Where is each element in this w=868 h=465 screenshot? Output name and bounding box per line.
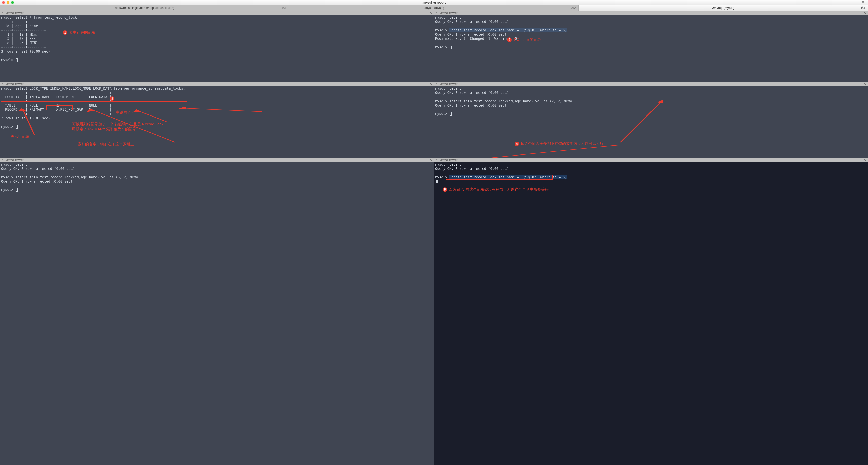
terminal-output[interactable]: mysql> select * from test_record_lock; +… <box>0 15 434 63</box>
annotation-4: 4这２个插入操作都不在锁的范围内，所以可以执行 <box>515 141 604 146</box>
maximize-pane-icon[interactable]: ⊖ <box>430 11 433 14</box>
minimize-pane-icon[interactable]: — <box>860 158 864 162</box>
tab-mysql-2[interactable]: ./mysql (mysql) ⌘2 <box>289 5 579 10</box>
pane-header: × ./mysql (mysql) — ⊖ <box>434 158 868 162</box>
cursor-icon <box>450 112 452 116</box>
titlebar: ./mysql -u root -p ⌥⌘1 <box>0 0 868 5</box>
minimize-pane-icon[interactable]: — <box>426 82 430 86</box>
tab-shortcut: ⌘1 <box>282 6 287 9</box>
minimize-pane-icon[interactable]: — <box>860 82 864 86</box>
tab-label: ./mysql (mysql) <box>424 6 444 9</box>
close-pane-icon[interactable]: × <box>435 82 438 85</box>
cursor-icon <box>16 188 18 192</box>
terminal-output[interactable]: mysql> begin; Query OK, 0 rows affected … <box>434 86 868 117</box>
close-pane-icon[interactable]: × <box>1 158 4 161</box>
pane-header: × ./mysql (mysql) — ⊖ <box>0 10 434 15</box>
pane-title: ./mysql (mysql) <box>439 158 458 161</box>
pane-header: × ./mysql (mysql) — ⊖ <box>0 158 434 162</box>
maximize-pane-icon[interactable]: ⊖ <box>430 158 433 161</box>
maximize-pane-icon[interactable]: ⊖ <box>430 82 433 85</box>
tab-ssh[interactable]: root@redis-single:/home/appuser/shell (s… <box>0 5 289 10</box>
close-pane-icon[interactable]: × <box>435 158 438 161</box>
app-window: ./mysql -u root -p ⌥⌘1 root@redis-single… <box>0 0 868 465</box>
terminal-output[interactable]: mysql> begin; Query OK, 0 rows affected … <box>434 15 868 50</box>
pane-title: ./mysql (mysql) <box>439 82 458 85</box>
tab-label: root@redis-single:/home/appuser/shell (s… <box>115 6 174 9</box>
minimize-icon[interactable] <box>6 1 9 4</box>
pane-title: ./mysql (mysql) <box>5 158 24 161</box>
pane-title: ./mysql (mysql) <box>439 11 458 14</box>
pane-bottom-left[interactable]: × ./mysql (mysql) — ⊖ mysql> begin; Quer… <box>0 158 434 465</box>
cursor-icon <box>450 45 452 49</box>
pane-top-right[interactable]: × ./mysql (mysql) — ⊖ mysql> begin; Quer… <box>434 10 868 81</box>
minimize-pane-icon[interactable]: — <box>426 158 430 162</box>
minimize-pane-icon[interactable]: — <box>426 11 430 14</box>
terminal-output[interactable]: mysql> begin; Query OK, 0 rows affected … <box>434 162 868 184</box>
pane-header: × ./mysql (mysql) — ⊖ <box>434 10 868 15</box>
cursor-icon <box>16 58 18 62</box>
pane-top-left[interactable]: × ./mysql (mysql) — ⊖ mysql> select * fr… <box>0 10 434 81</box>
pane-mid-right[interactable]: × ./mysql (mysql) — ⊖ mysql> begin; Quer… <box>434 81 868 158</box>
pane-mid-left[interactable]: × ./mysql (mysql) — ⊖ mysql> select LOCK… <box>0 81 434 158</box>
maximize-pane-icon[interactable]: ⊖ <box>864 11 867 14</box>
terminal-output[interactable]: mysql> begin; Query OK, 0 rows affected … <box>0 162 434 193</box>
pane-grid: × ./mysql (mysql) — ⊖ mysql> select * fr… <box>0 10 868 465</box>
zoom-icon[interactable] <box>11 1 14 4</box>
tab-shortcut: ⌘3 <box>861 6 865 9</box>
maximize-pane-icon[interactable]: ⊖ <box>864 158 867 161</box>
tab-shortcut: ⌘2 <box>571 6 576 9</box>
cursor-icon <box>435 180 437 184</box>
window-title: ./mysql -u root -p <box>422 1 446 4</box>
pane-header: × ./mysql (mysql) — ⊖ <box>434 81 868 86</box>
window-controls <box>0 1 14 4</box>
cursor-icon <box>16 125 18 129</box>
svg-line-9 <box>434 145 620 158</box>
annotation-5: 5因为 id=5 的这个记录锁没有释放，所以这个事物中需要等待 <box>442 187 549 192</box>
annotation-3d: 索引的名字，锁加在了这个索引上 <box>78 142 134 147</box>
close-pane-icon[interactable]: × <box>435 11 438 14</box>
pane-title: ./mysql (mysql) <box>5 11 24 14</box>
close-pane-icon[interactable]: × <box>1 82 4 85</box>
pane-title: ./mysql (mysql) <box>5 82 24 85</box>
tab-label: ./mysql (mysql) <box>712 6 734 9</box>
close-pane-icon[interactable]: × <box>1 11 4 14</box>
maximize-pane-icon[interactable]: ⊖ <box>864 82 867 85</box>
minimize-pane-icon[interactable]: — <box>860 11 864 14</box>
titlebar-shortcut: ⌥⌘1 <box>859 1 868 4</box>
pane-header: × ./mysql (mysql) — ⊖ <box>0 81 434 86</box>
terminal-output[interactable]: mysql> select LOCK_TYPE,INDEX_NAME,LOCK_… <box>0 86 434 129</box>
annotation-3c: 表示行记录 <box>10 134 29 139</box>
tab-mysql-3[interactable]: ./mysql (mysql) ⌘3 <box>579 5 868 10</box>
pane-bottom-right[interactable]: × ./mysql (mysql) — ⊖ mysql> begin; Quer… <box>434 158 868 465</box>
tab-bar: root@redis-single:/home/appuser/shell (s… <box>0 5 868 10</box>
close-icon[interactable] <box>2 1 5 4</box>
